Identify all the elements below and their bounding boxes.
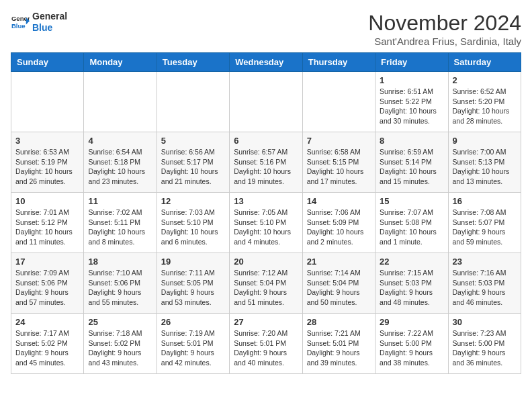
day-number: 23: [453, 257, 517, 267]
day-number: 4: [88, 136, 152, 146]
day-info: Sunrise: 7:11 AM Sunset: 5:05 PM Dayligh…: [161, 268, 225, 308]
day-number: 6: [234, 136, 298, 146]
day-info: Sunrise: 7:19 AM Sunset: 5:01 PM Dayligh…: [161, 328, 225, 368]
day-cell: 11Sunrise: 7:02 AM Sunset: 5:11 PM Dayli…: [84, 193, 157, 253]
logo: General Blue General Blue: [11, 11, 67, 34]
day-cell: 14Sunrise: 7:06 AM Sunset: 5:09 PM Dayli…: [302, 193, 375, 253]
day-cell: 7Sunrise: 6:58 AM Sunset: 5:15 PM Daylig…: [302, 132, 375, 193]
day-cell: 4Sunrise: 6:54 AM Sunset: 5:18 PM Daylig…: [84, 132, 157, 193]
page-header: General Blue General Blue November 2024 …: [11, 11, 521, 47]
location: Sant'Andrea Frius, Sardinia, Italy: [368, 36, 521, 47]
day-info: Sunrise: 7:22 AM Sunset: 5:00 PM Dayligh…: [380, 328, 443, 368]
day-number: 18: [88, 257, 152, 267]
day-info: Sunrise: 6:53 AM Sunset: 5:19 PM Dayligh…: [15, 147, 79, 187]
day-cell: 8Sunrise: 6:59 AM Sunset: 5:14 PM Daylig…: [375, 132, 448, 193]
day-cell: 30Sunrise: 7:23 AM Sunset: 5:00 PM Dayli…: [448, 314, 521, 374]
day-info: Sunrise: 7:06 AM Sunset: 5:09 PM Dayligh…: [307, 208, 371, 247]
day-cell: 5Sunrise: 6:56 AM Sunset: 5:17 PM Daylig…: [157, 132, 229, 193]
day-cell: 20Sunrise: 7:12 AM Sunset: 5:04 PM Dayli…: [230, 253, 302, 314]
day-number: 28: [307, 317, 371, 327]
day-number: 17: [15, 257, 79, 267]
day-number: 8: [380, 136, 443, 146]
day-cell: [11, 72, 84, 132]
day-number: 10: [15, 196, 79, 206]
weekday-header-friday: Friday: [375, 53, 448, 72]
day-info: Sunrise: 7:07 AM Sunset: 5:08 PM Dayligh…: [380, 208, 443, 247]
day-number: 20: [234, 257, 298, 267]
day-info: Sunrise: 7:05 AM Sunset: 5:10 PM Dayligh…: [234, 208, 298, 247]
day-cell: 24Sunrise: 7:17 AM Sunset: 5:02 PM Dayli…: [11, 314, 84, 374]
day-number: 13: [234, 196, 298, 206]
day-number: 19: [161, 257, 225, 267]
weekday-header-saturday: Saturday: [448, 53, 521, 72]
day-cell: 17Sunrise: 7:09 AM Sunset: 5:06 PM Dayli…: [11, 253, 84, 314]
day-info: Sunrise: 7:21 AM Sunset: 5:01 PM Dayligh…: [307, 328, 371, 368]
day-cell: 15Sunrise: 7:07 AM Sunset: 5:08 PM Dayli…: [375, 193, 448, 253]
day-info: Sunrise: 7:03 AM Sunset: 5:10 PM Dayligh…: [161, 208, 225, 247]
day-number: 22: [380, 257, 443, 267]
svg-text:Blue: Blue: [11, 22, 26, 30]
day-cell: 13Sunrise: 7:05 AM Sunset: 5:10 PM Dayli…: [230, 193, 302, 253]
day-cell: 9Sunrise: 7:00 AM Sunset: 5:13 PM Daylig…: [448, 132, 521, 193]
day-number: 24: [15, 317, 79, 327]
logo-icon: General Blue: [11, 13, 30, 32]
day-cell: 1Sunrise: 6:51 AM Sunset: 5:22 PM Daylig…: [375, 72, 448, 132]
day-info: Sunrise: 6:51 AM Sunset: 5:22 PM Dayligh…: [380, 87, 443, 126]
day-cell: 10Sunrise: 7:01 AM Sunset: 5:12 PM Dayli…: [11, 193, 84, 253]
day-cell: [230, 72, 302, 132]
day-info: Sunrise: 7:20 AM Sunset: 5:01 PM Dayligh…: [234, 328, 298, 368]
day-cell: 25Sunrise: 7:18 AM Sunset: 5:02 PM Dayli…: [84, 314, 157, 374]
day-number: 26: [161, 317, 225, 327]
day-info: Sunrise: 7:15 AM Sunset: 5:03 PM Dayligh…: [380, 268, 443, 308]
calendar-table: SundayMondayTuesdayWednesdayThursdayFrid…: [11, 52, 521, 374]
logo-text: General Blue: [32, 11, 67, 34]
weekday-header-row: SundayMondayTuesdayWednesdayThursdayFrid…: [11, 53, 521, 72]
day-cell: 21Sunrise: 7:14 AM Sunset: 5:04 PM Dayli…: [302, 253, 375, 314]
day-info: Sunrise: 7:02 AM Sunset: 5:11 PM Dayligh…: [88, 208, 152, 247]
day-info: Sunrise: 6:52 AM Sunset: 5:20 PM Dayligh…: [453, 87, 517, 126]
logo-general: General: [32, 11, 67, 22]
day-cell: 22Sunrise: 7:15 AM Sunset: 5:03 PM Dayli…: [375, 253, 448, 314]
day-number: 12: [161, 196, 225, 206]
day-info: Sunrise: 7:09 AM Sunset: 5:06 PM Dayligh…: [15, 268, 79, 308]
weekday-header-tuesday: Tuesday: [157, 53, 229, 72]
day-number: 1: [380, 75, 443, 85]
weekday-header-monday: Monday: [84, 53, 157, 72]
week-row-4: 17Sunrise: 7:09 AM Sunset: 5:06 PM Dayli…: [11, 253, 521, 314]
day-cell: 3Sunrise: 6:53 AM Sunset: 5:19 PM Daylig…: [11, 132, 84, 193]
day-cell: [84, 72, 157, 132]
day-cell: 27Sunrise: 7:20 AM Sunset: 5:01 PM Dayli…: [230, 314, 302, 374]
month-title: November 2024: [368, 11, 521, 36]
day-info: Sunrise: 7:18 AM Sunset: 5:02 PM Dayligh…: [88, 328, 152, 368]
day-info: Sunrise: 6:59 AM Sunset: 5:14 PM Dayligh…: [380, 147, 443, 187]
week-row-5: 24Sunrise: 7:17 AM Sunset: 5:02 PM Dayli…: [11, 314, 521, 374]
week-row-3: 10Sunrise: 7:01 AM Sunset: 5:12 PM Dayli…: [11, 193, 521, 253]
day-info: Sunrise: 7:00 AM Sunset: 5:13 PM Dayligh…: [453, 147, 517, 187]
day-cell: 18Sunrise: 7:10 AM Sunset: 5:06 PM Dayli…: [84, 253, 157, 314]
weekday-header-sunday: Sunday: [11, 53, 84, 72]
day-info: Sunrise: 6:54 AM Sunset: 5:18 PM Dayligh…: [88, 147, 152, 187]
day-number: 25: [88, 317, 152, 327]
day-info: Sunrise: 7:08 AM Sunset: 5:07 PM Dayligh…: [453, 208, 517, 247]
week-row-2: 3Sunrise: 6:53 AM Sunset: 5:19 PM Daylig…: [11, 132, 521, 193]
day-number: 14: [307, 196, 371, 206]
weekday-header-wednesday: Wednesday: [230, 53, 302, 72]
day-number: 2: [453, 75, 517, 85]
day-cell: 6Sunrise: 6:57 AM Sunset: 5:16 PM Daylig…: [230, 132, 302, 193]
day-info: Sunrise: 7:16 AM Sunset: 5:03 PM Dayligh…: [453, 268, 517, 308]
day-number: 3: [15, 136, 79, 146]
day-info: Sunrise: 7:23 AM Sunset: 5:00 PM Dayligh…: [453, 328, 517, 368]
weekday-header-thursday: Thursday: [302, 53, 375, 72]
day-cell: 19Sunrise: 7:11 AM Sunset: 5:05 PM Dayli…: [157, 253, 229, 314]
day-info: Sunrise: 6:56 AM Sunset: 5:17 PM Dayligh…: [161, 147, 225, 187]
day-info: Sunrise: 7:10 AM Sunset: 5:06 PM Dayligh…: [88, 268, 152, 308]
day-number: 11: [88, 196, 152, 206]
day-number: 21: [307, 257, 371, 267]
day-cell: 26Sunrise: 7:19 AM Sunset: 5:01 PM Dayli…: [157, 314, 229, 374]
day-number: 5: [161, 136, 225, 146]
day-cell: 12Sunrise: 7:03 AM Sunset: 5:10 PM Dayli…: [157, 193, 229, 253]
day-cell: 23Sunrise: 7:16 AM Sunset: 5:03 PM Dayli…: [448, 253, 521, 314]
day-cell: [302, 72, 375, 132]
day-info: Sunrise: 7:01 AM Sunset: 5:12 PM Dayligh…: [15, 208, 79, 247]
day-cell: 16Sunrise: 7:08 AM Sunset: 5:07 PM Dayli…: [448, 193, 521, 253]
